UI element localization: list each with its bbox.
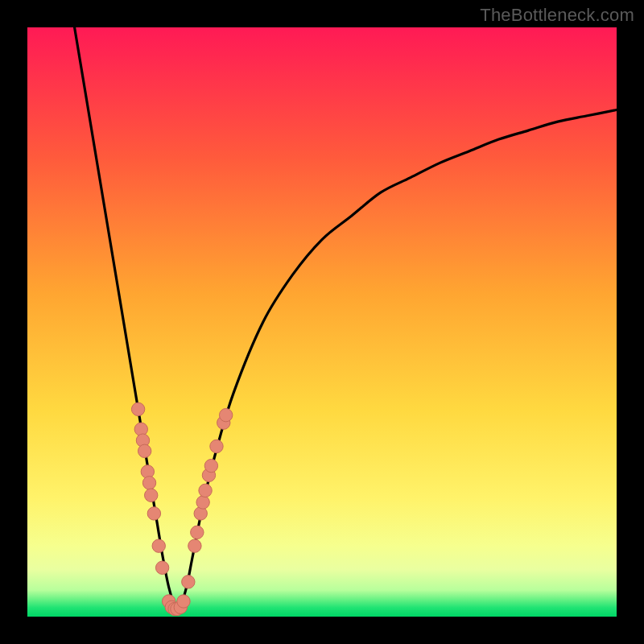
data-marker xyxy=(142,477,155,489)
plot-area xyxy=(27,27,617,617)
data-marker xyxy=(196,496,209,509)
data-marker xyxy=(182,576,195,588)
data-marker xyxy=(155,561,168,574)
data-marker xyxy=(191,526,204,539)
data-marker xyxy=(131,402,144,415)
data-marker xyxy=(177,595,190,608)
gradient-background xyxy=(27,27,617,617)
data-marker xyxy=(204,459,217,472)
chart-frame: TheBottleneck.com xyxy=(0,0,644,644)
watermark-text: TheBottleneck.com xyxy=(480,5,634,26)
data-marker xyxy=(152,539,165,552)
chart-svg xyxy=(27,27,617,617)
data-marker xyxy=(210,440,223,452)
data-marker xyxy=(145,489,158,502)
data-marker xyxy=(199,484,212,497)
data-marker xyxy=(188,539,201,552)
data-marker xyxy=(219,408,232,421)
data-marker xyxy=(147,507,160,520)
data-marker xyxy=(138,444,151,457)
